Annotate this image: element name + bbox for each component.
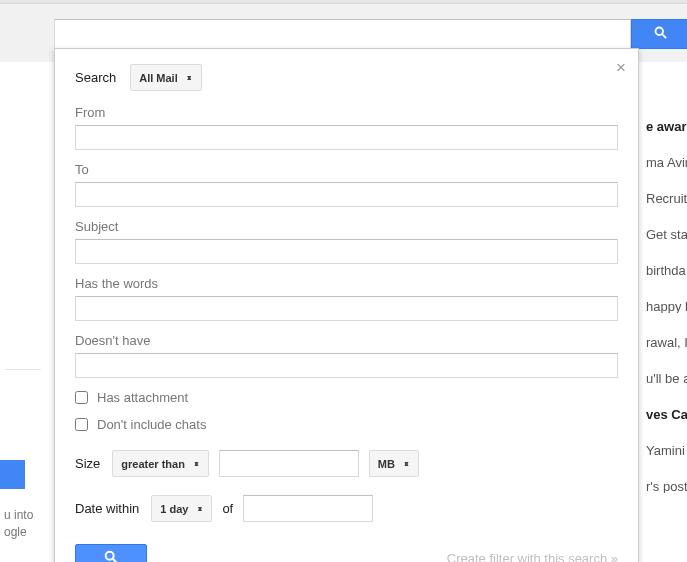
doesnthave-input[interactable] <box>75 353 618 378</box>
inbox-row-fragment: u'll be a <box>646 372 687 385</box>
from-input[interactable] <box>75 125 618 150</box>
inbox-row-fragment: Get sta <box>646 228 687 241</box>
advanced-search-panel: × Search All Mail ▲▼ From To Subject Has… <box>54 48 639 562</box>
size-op-value: greater than <box>121 458 185 470</box>
svg-line-1 <box>662 34 666 38</box>
haswords-input[interactable] <box>75 296 618 321</box>
to-label: To <box>75 162 618 177</box>
size-unit-value: MB <box>378 458 395 470</box>
create-filter-link[interactable]: Create filter with this search » <box>447 551 618 562</box>
subject-input[interactable] <box>75 239 618 264</box>
from-field-block: From <box>75 105 618 150</box>
search-input[interactable] <box>54 19 631 49</box>
has-attachment-checkbox[interactable] <box>75 391 88 404</box>
size-label: Size <box>75 456 100 471</box>
search-scope-label: Search <box>75 70 116 85</box>
svg-point-0 <box>655 28 663 36</box>
inbox-row-fragment: ves Car <box>646 408 687 421</box>
no-chats-row: Don't include chats <box>75 417 618 432</box>
inbox-row-fragment: r's post <box>646 480 687 493</box>
advanced-search-submit-button[interactable] <box>75 544 147 562</box>
date-within-label: Date within <box>75 501 139 516</box>
inbox-rows-peek: e awarema AvinRecruitGet stabirthdahappy… <box>646 120 687 516</box>
size-op-dropdown[interactable]: greater than ▲▼ <box>112 450 209 477</box>
date-value-input[interactable] <box>243 495 373 522</box>
subject-label: Subject <box>75 219 618 234</box>
no-chats-label: Don't include chats <box>97 417 206 432</box>
panel-bottom-row: Create filter with this search » <box>75 544 618 562</box>
inbox-row-fragment: birthda <box>646 264 687 277</box>
no-chats-checkbox[interactable] <box>75 418 88 431</box>
date-range-dropdown[interactable]: 1 day ▲▼ <box>151 495 212 522</box>
to-input[interactable] <box>75 182 618 207</box>
to-field-block: To <box>75 162 618 207</box>
doesnthave-label: Doesn't have <box>75 333 618 348</box>
haswords-field-block: Has the words <box>75 276 618 321</box>
inbox-row-fragment: e aware <box>646 120 687 133</box>
close-icon[interactable]: × <box>616 59 626 76</box>
sidebar-text-fragment: ogle <box>0 524 54 541</box>
search-scope-dropdown[interactable]: All Mail ▲▼ <box>130 64 201 91</box>
inbox-row-fragment: Yamini I <box>646 444 687 457</box>
search-bar-container <box>54 19 687 49</box>
search-scope-row: Search All Mail ▲▼ <box>75 64 618 91</box>
doesnthave-field-block: Doesn't have <box>75 333 618 378</box>
search-button[interactable] <box>631 19 687 49</box>
svg-point-2 <box>106 552 114 560</box>
date-of-label: of <box>222 501 233 516</box>
search-icon <box>653 25 668 43</box>
size-row: Size greater than ▲▼ MB ▲▼ <box>75 450 618 477</box>
inbox-row-fragment: happy b <box>646 300 687 313</box>
search-icon <box>103 549 119 562</box>
left-sidebar-peek: u into ogle <box>0 460 54 541</box>
date-row: Date within 1 day ▲▼ of <box>75 495 618 522</box>
subject-field-block: Subject <box>75 219 618 264</box>
inbox-row-fragment: rawal, I <box>646 336 687 349</box>
inbox-row-fragment: ma Avin <box>646 156 687 169</box>
has-attachment-label: Has attachment <box>97 390 188 405</box>
haswords-label: Has the words <box>75 276 618 291</box>
search-scope-value: All Mail <box>139 72 178 84</box>
from-label: From <box>75 105 618 120</box>
sidebar-text-fragment: u into <box>0 507 54 524</box>
date-range-value: 1 day <box>160 503 188 515</box>
has-attachment-row: Has attachment <box>75 390 618 405</box>
compose-button-edge[interactable] <box>0 460 25 489</box>
sidebar-divider <box>5 369 41 370</box>
size-value-input[interactable] <box>219 450 359 477</box>
size-unit-dropdown[interactable]: MB ▲▼ <box>369 450 419 477</box>
inbox-row-fragment: Recruit <box>646 192 687 205</box>
